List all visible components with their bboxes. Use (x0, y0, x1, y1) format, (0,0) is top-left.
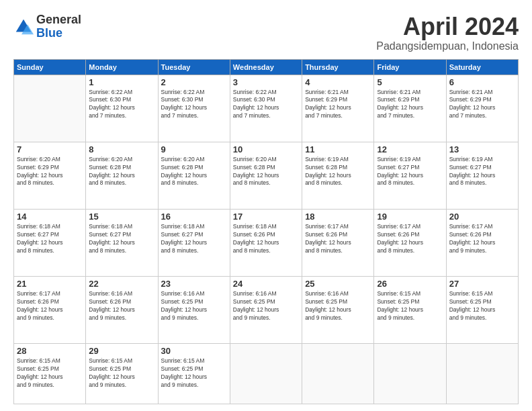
logo: General Blue (13, 13, 81, 40)
table-row: 29Sunrise: 6:15 AMSunset: 6:25 PMDayligh… (86, 344, 158, 404)
day-info: Sunrise: 6:20 AMSunset: 6:28 PMDaylight:… (89, 156, 154, 188)
table-row: 18Sunrise: 6:17 AMSunset: 6:26 PMDayligh… (302, 209, 374, 276)
day-number: 6 (449, 77, 515, 87)
day-number: 29 (89, 346, 154, 356)
table-row (302, 344, 374, 404)
day-info: Sunrise: 6:18 AMSunset: 6:27 PMDaylight:… (161, 223, 227, 255)
day-number: 5 (377, 77, 443, 87)
calendar-header-row: Sunday Monday Tuesday Wednesday Thursday… (14, 59, 519, 75)
table-row: 23Sunrise: 6:16 AMSunset: 6:25 PMDayligh… (158, 277, 230, 344)
table-row: 3Sunrise: 6:22 AMSunset: 6:30 PMDaylight… (230, 75, 302, 142)
day-number: 22 (89, 279, 154, 289)
day-number: 21 (17, 279, 83, 289)
table-row: 10Sunrise: 6:20 AMSunset: 6:28 PMDayligh… (230, 142, 302, 209)
day-number: 25 (305, 279, 371, 289)
day-number: 19 (377, 212, 443, 222)
day-number: 24 (233, 279, 299, 289)
day-number: 4 (305, 77, 371, 87)
table-row: 24Sunrise: 6:16 AMSunset: 6:25 PMDayligh… (230, 277, 302, 344)
day-info: Sunrise: 6:19 AMSunset: 6:28 PMDaylight:… (305, 156, 371, 188)
day-info: Sunrise: 6:17 AMSunset: 6:26 PMDaylight:… (377, 223, 443, 255)
day-info: Sunrise: 6:16 AMSunset: 6:26 PMDaylight:… (89, 290, 154, 322)
title-block: April 2024 Padangsidempuan, Indonesia (376, 13, 519, 52)
table-row: 5Sunrise: 6:21 AMSunset: 6:29 PMDaylight… (374, 75, 446, 142)
col-saturday: Saturday (446, 59, 518, 75)
day-number: 1 (89, 77, 154, 87)
calendar-table: Sunday Monday Tuesday Wednesday Thursday… (13, 59, 519, 404)
table-row: 26Sunrise: 6:15 AMSunset: 6:25 PMDayligh… (374, 277, 446, 344)
location: Padangsidempuan, Indonesia (376, 40, 519, 52)
col-sunday: Sunday (14, 59, 86, 75)
day-info: Sunrise: 6:15 AMSunset: 6:25 PMDaylight:… (449, 290, 515, 322)
table-row: 19Sunrise: 6:17 AMSunset: 6:26 PMDayligh… (374, 209, 446, 276)
col-wednesday: Wednesday (230, 59, 302, 75)
logo-general: General (36, 13, 81, 27)
day-number: 30 (161, 346, 227, 356)
table-row: 11Sunrise: 6:19 AMSunset: 6:28 PMDayligh… (302, 142, 374, 209)
day-info: Sunrise: 6:19 AMSunset: 6:27 PMDaylight:… (377, 156, 443, 188)
day-info: Sunrise: 6:17 AMSunset: 6:26 PMDaylight:… (305, 223, 371, 255)
table-row: 6Sunrise: 6:21 AMSunset: 6:29 PMDaylight… (446, 75, 518, 142)
table-row (446, 344, 518, 404)
day-info: Sunrise: 6:15 AMSunset: 6:25 PMDaylight:… (89, 357, 154, 390)
page-header: General Blue April 2024 Padangsidempuan,… (13, 13, 519, 52)
table-row: 14Sunrise: 6:18 AMSunset: 6:27 PMDayligh… (14, 209, 86, 276)
table-row: 27Sunrise: 6:15 AMSunset: 6:25 PMDayligh… (446, 277, 518, 344)
day-info: Sunrise: 6:15 AMSunset: 6:25 PMDaylight:… (161, 357, 227, 390)
table-row (230, 344, 302, 404)
day-number: 28 (17, 346, 83, 356)
day-number: 26 (377, 279, 443, 289)
table-row: 17Sunrise: 6:18 AMSunset: 6:26 PMDayligh… (230, 209, 302, 276)
day-info: Sunrise: 6:22 AMSunset: 6:30 PMDaylight:… (89, 89, 154, 121)
day-number: 3 (233, 77, 299, 87)
col-thursday: Thursday (302, 59, 374, 75)
day-info: Sunrise: 6:21 AMSunset: 6:29 PMDaylight:… (449, 89, 515, 121)
table-row: 15Sunrise: 6:18 AMSunset: 6:27 PMDayligh… (86, 209, 158, 276)
day-info: Sunrise: 6:21 AMSunset: 6:29 PMDaylight:… (377, 89, 443, 121)
table-row: 1Sunrise: 6:22 AMSunset: 6:30 PMDaylight… (86, 75, 158, 142)
day-number: 8 (89, 144, 154, 154)
day-number: 10 (233, 144, 299, 154)
col-monday: Monday (86, 59, 158, 75)
day-number: 17 (233, 212, 299, 222)
col-tuesday: Tuesday (158, 59, 230, 75)
day-info: Sunrise: 6:16 AMSunset: 6:25 PMDaylight:… (161, 290, 227, 322)
table-row: 30Sunrise: 6:15 AMSunset: 6:25 PMDayligh… (158, 344, 230, 404)
table-row: 22Sunrise: 6:16 AMSunset: 6:26 PMDayligh… (86, 277, 158, 344)
day-number: 27 (449, 279, 515, 289)
table-row (14, 75, 86, 142)
table-row: 7Sunrise: 6:20 AMSunset: 6:29 PMDaylight… (14, 142, 86, 209)
day-number: 16 (161, 212, 227, 222)
day-info: Sunrise: 6:20 AMSunset: 6:28 PMDaylight:… (161, 156, 227, 188)
day-info: Sunrise: 6:18 AMSunset: 6:27 PMDaylight:… (89, 223, 154, 255)
logo-text: General Blue (36, 13, 81, 40)
day-number: 9 (161, 144, 227, 154)
day-number: 20 (449, 212, 515, 222)
day-number: 2 (161, 77, 227, 87)
day-number: 11 (305, 144, 371, 154)
month-title: April 2024 (376, 13, 519, 40)
table-row: 13Sunrise: 6:19 AMSunset: 6:27 PMDayligh… (446, 142, 518, 209)
day-info: Sunrise: 6:18 AMSunset: 6:27 PMDaylight:… (17, 223, 83, 255)
day-info: Sunrise: 6:16 AMSunset: 6:25 PMDaylight:… (233, 290, 299, 322)
day-info: Sunrise: 6:15 AMSunset: 6:25 PMDaylight:… (17, 357, 83, 390)
day-info: Sunrise: 6:16 AMSunset: 6:25 PMDaylight:… (305, 290, 371, 322)
table-row: 28Sunrise: 6:15 AMSunset: 6:25 PMDayligh… (14, 344, 86, 404)
table-row (374, 344, 446, 404)
day-info: Sunrise: 6:22 AMSunset: 6:30 PMDaylight:… (233, 89, 299, 121)
table-row: 20Sunrise: 6:17 AMSunset: 6:26 PMDayligh… (446, 209, 518, 276)
col-friday: Friday (374, 59, 446, 75)
day-number: 23 (161, 279, 227, 289)
table-row: 25Sunrise: 6:16 AMSunset: 6:25 PMDayligh… (302, 277, 374, 344)
day-number: 15 (89, 212, 154, 222)
logo-blue: Blue (36, 27, 81, 40)
day-info: Sunrise: 6:19 AMSunset: 6:27 PMDaylight:… (449, 156, 515, 188)
day-number: 7 (17, 144, 83, 154)
day-number: 14 (17, 212, 83, 222)
table-row: 4Sunrise: 6:21 AMSunset: 6:29 PMDaylight… (302, 75, 374, 142)
table-row: 16Sunrise: 6:18 AMSunset: 6:27 PMDayligh… (158, 209, 230, 276)
table-row: 2Sunrise: 6:22 AMSunset: 6:30 PMDaylight… (158, 75, 230, 142)
logo-icon (13, 17, 34, 37)
day-info: Sunrise: 6:20 AMSunset: 6:29 PMDaylight:… (17, 156, 83, 188)
day-number: 13 (449, 144, 515, 154)
